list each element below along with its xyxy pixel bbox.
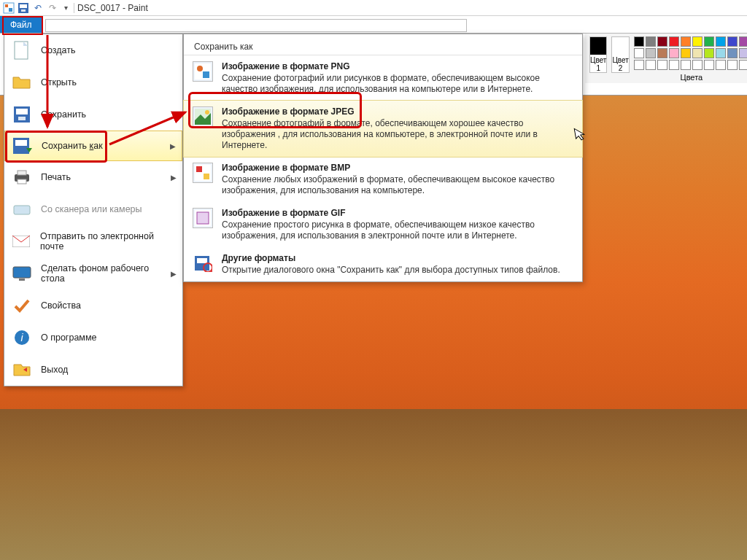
save-icon[interactable] [18,2,29,14]
svg-rect-32 [197,258,207,263]
palette-swatch[interactable] [739,48,747,58]
ribbon-placeholder [45,19,467,32]
menu-item-properties[interactable]: Свойства [4,289,182,322]
window-title: DSC_0017 - Paint [77,3,148,13]
svg-rect-4 [20,4,27,8]
submenu-item-gif[interactable]: Изображение в формате GIF Сохранение про… [184,202,582,247]
palette-swatch[interactable] [739,36,747,47]
color-2-slot[interactable]: Цвет 2 [611,36,629,73]
submenu-item-title: Изображение в формате BMP [222,163,573,173]
color-1-swatch [590,37,606,55]
open-folder-icon [12,72,32,93]
undo-icon[interactable]: ↶ [32,2,44,14]
submenu-item-desc: Сохранение фотографий в формате, обеспеч… [222,118,573,151]
svg-rect-28 [204,174,209,179]
svg-rect-13 [18,171,26,175]
palette-swatch[interactable] [739,60,747,70]
bmp-format-icon [193,163,213,183]
chevron-right-icon: ▶ [171,270,177,278]
svg-line-34 [211,271,212,272]
palette-swatch[interactable] [716,36,726,47]
palette-swatch[interactable] [704,48,714,58]
submenu-item-title: Изображение в формате JPEG [222,106,573,117]
color-palette: Цвета [634,36,747,82]
palette-swatch[interactable] [657,60,667,70]
exit-icon [12,359,32,380]
menu-item-create[interactable]: Создать [4,34,182,66]
svg-rect-14 [18,179,26,184]
scanner-icon [12,199,32,219]
palette-swatch[interactable] [657,48,667,58]
svg-rect-2 [9,8,12,12]
palette-swatch[interactable] [681,60,691,70]
palette-swatch[interactable] [669,36,679,47]
submenu-item-png[interactable]: Изображение в формате PNG Сохранение фот… [184,55,582,101]
palette-swatch[interactable] [681,36,691,47]
desktop-icon [12,263,32,284]
menu-item-print[interactable]: Печать ▶ [4,161,182,193]
file-tab[interactable]: Файл [0,16,42,33]
svg-rect-8 [16,109,28,114]
palette-swatch[interactable] [727,48,738,58]
info-icon: i [12,327,32,348]
svg-rect-5 [21,9,26,12]
menu-item-wallpaper[interactable]: Сделать фоном рабочего стола ▶ [4,257,182,289]
svg-rect-23 [203,71,209,78]
palette-swatch[interactable] [646,36,656,47]
colors-group: Цвет 1 Цвет 2 Цвета [585,34,747,83]
palette-swatch[interactable] [669,48,679,58]
svg-rect-27 [196,166,202,172]
palette-swatch[interactable] [704,60,714,70]
palette-swatch[interactable] [692,48,703,58]
submenu-item-jpeg[interactable]: Изображение в формате JPEG Сохранение фо… [184,101,582,157]
palette-swatch[interactable] [669,60,679,70]
palette-swatch[interactable] [634,60,644,70]
menu-item-label: Открыть [41,77,77,88]
app-icon [3,2,15,14]
new-file-icon [12,40,32,61]
palette-swatch[interactable] [727,60,738,70]
palette-swatch[interactable] [634,36,644,47]
palette-swatch[interactable] [692,60,703,70]
submenu-item-other[interactable]: Другие форматы Открытие диалогового окна… [184,247,582,281]
color-2-label: Цвет 2 [612,56,628,72]
submenu-title: Сохранить как [184,34,582,55]
menu-item-exit[interactable]: Выход [4,354,182,386]
submenu-item-desc: Сохранение любых изображений в формате, … [222,174,573,196]
menu-item-label: Свойства [41,300,81,311]
menu-item-save-as[interactable]: Сохранить как ▶ [4,131,182,161]
palette-swatch[interactable] [727,36,738,47]
submenu-item-desc: Сохранение простого рисунка в формате, о… [222,219,573,241]
submenu-item-desc: Сохранение фотографий или рисунков в фор… [222,73,573,95]
menu-item-about[interactable]: i О программе [4,322,182,354]
menu-item-email[interactable]: Отправить по электронной почте [4,225,182,257]
menu-item-label: Сделать фоном рабочего стола [41,263,175,284]
menu-item-open[interactable]: Открыть [4,66,182,98]
submenu-item-desc: Открытие диалогового окна "Сохранить как… [222,265,560,276]
palette-swatch[interactable] [692,36,703,47]
palette-swatch[interactable] [681,48,691,58]
menu-item-save[interactable]: Сохранить [4,98,182,131]
palette-swatch[interactable] [657,36,667,47]
menu-item-label: Со сканера или камеры [41,204,142,214]
palette-swatch[interactable] [716,48,726,58]
svg-rect-1 [5,4,8,7]
color-1-slot[interactable]: Цвет 1 [589,36,607,73]
qat-customize-icon[interactable]: ▾ [64,4,68,12]
svg-rect-30 [197,212,209,224]
palette-swatch[interactable] [704,36,714,47]
menu-item-label: Отправить по электронной почте [40,231,175,252]
save-disk-icon [12,104,32,125]
palette-swatch[interactable] [716,60,726,70]
menu-item-label: Выход [41,365,68,375]
submenu-item-title: Другие форматы [222,253,560,263]
palette-swatch[interactable] [646,60,656,70]
other-format-icon [193,253,213,273]
palette-swatch[interactable] [634,48,644,58]
save-as-icon [12,136,33,156]
redo-icon[interactable]: ↷ [47,2,58,14]
palette-swatch[interactable] [646,48,656,58]
color-2-swatch [612,37,628,55]
submenu-item-bmp[interactable]: Изображение в формате BMP Сохранение люб… [184,157,582,202]
menu-item-label: Печать [41,172,71,182]
